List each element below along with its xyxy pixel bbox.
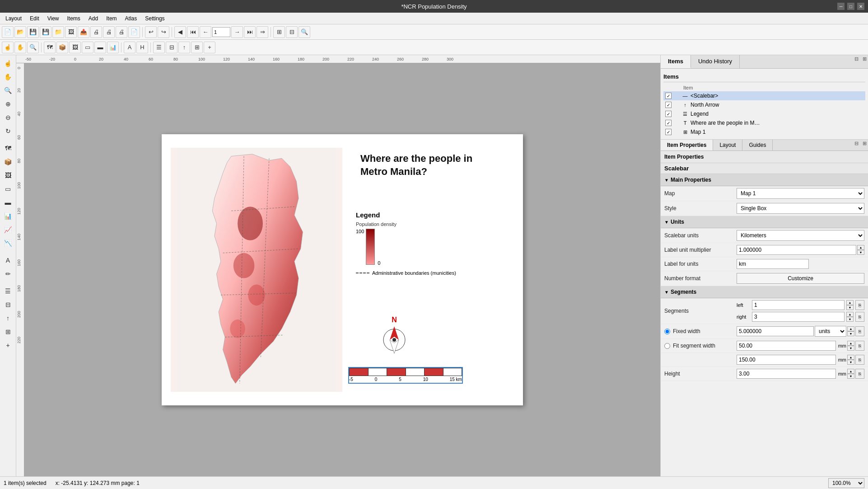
- scalebar[interactable]: -5 0 5 10 15 km: [349, 368, 462, 383]
- menu-settings[interactable]: Settings: [141, 14, 168, 23]
- props-collapse-btn[interactable]: ⊟: [853, 140, 860, 147]
- fit-segment-spin-up[interactable]: ▲: [847, 341, 854, 346]
- add-html-tool[interactable]: H: [136, 42, 148, 53]
- refresh-lt[interactable]: ↻: [2, 125, 14, 137]
- zoom-tool[interactable]: 🔍: [27, 42, 39, 53]
- maximize-button[interactable]: □: [847, 3, 854, 10]
- map-select[interactable]: Map 1: [737, 188, 864, 199]
- menu-layout[interactable]: Layout: [2, 14, 25, 23]
- undo-button[interactable]: ↩: [145, 26, 157, 38]
- add-bar-lt[interactable]: ▬: [2, 196, 14, 209]
- tab-undo-history[interactable]: Undo History: [691, 55, 740, 68]
- panel-collapse-btn[interactable]: ⊟: [853, 55, 860, 62]
- export-button[interactable]: 📤: [78, 26, 89, 38]
- atlas1-button[interactable]: ⊞: [273, 26, 285, 38]
- props-expand-btn[interactable]: ⊞: [861, 140, 868, 147]
- fixed-width-spin-down[interactable]: ▼: [847, 331, 854, 336]
- canvas-area[interactable]: -50 -20 0 20 40 60 80 100 120 140 160 18…: [16, 55, 660, 476]
- pan-lt[interactable]: ✋: [2, 71, 14, 83]
- add-chart2-lt[interactable]: 📈: [2, 223, 14, 236]
- items-row-title[interactable]: ✓ T Where are the people in M…: [663, 118, 865, 127]
- scalebar-lock[interactable]: [673, 93, 680, 99]
- add-label-tool[interactable]: A: [124, 42, 135, 53]
- map-canvas[interactable]: Where are the people in Metro Manila? Le…: [24, 63, 660, 476]
- add-image-tool[interactable]: 🖼: [69, 42, 81, 53]
- legend-checkbox[interactable]: ✓: [665, 111, 672, 117]
- right-copy-btn[interactable]: ⎘: [855, 312, 864, 322]
- next2-button[interactable]: ⇒: [257, 26, 268, 38]
- map-lock[interactable]: [673, 129, 680, 135]
- saveas-button[interactable]: 💾: [40, 26, 51, 38]
- add-text2-lt[interactable]: ✏: [2, 268, 14, 280]
- tab-items[interactable]: Items: [661, 55, 691, 68]
- add-text-lt[interactable]: A: [2, 254, 14, 267]
- style-select[interactable]: Single Box: [737, 203, 864, 214]
- right-spin-down[interactable]: ▼: [846, 317, 854, 322]
- fit-segment-spin-down[interactable]: ▼: [847, 346, 854, 351]
- add-chart3-lt[interactable]: 📉: [2, 237, 14, 249]
- add-table-tool[interactable]: ⊞: [191, 42, 203, 53]
- tab-layout[interactable]: Layout: [713, 140, 742, 150]
- height-input[interactable]: [737, 369, 836, 379]
- pdf-button[interactable]: 📄: [128, 26, 140, 38]
- left-copy-btn[interactable]: ⎘: [855, 300, 864, 310]
- northarrow-lock[interactable]: [673, 102, 680, 108]
- add-legend-lt[interactable]: ☰: [2, 285, 14, 297]
- zoomin-lt[interactable]: ⊕: [2, 98, 14, 110]
- title-lock[interactable]: [673, 120, 680, 126]
- title-checkbox[interactable]: ✓: [665, 120, 672, 126]
- export-img-button[interactable]: 🖼: [65, 26, 77, 38]
- items-row-scalebar[interactable]: ✓ — <Scalebar>: [663, 91, 865, 100]
- tab-guides[interactable]: Guides: [742, 140, 773, 150]
- select-lt[interactable]: ☝: [2, 57, 14, 70]
- add-scale-lt[interactable]: ⊟: [2, 298, 14, 311]
- zoom-select[interactable]: 100.0% 50% 75% 150% 200%: [828, 478, 864, 488]
- extra-copy-btn[interactable]: ⎘: [855, 355, 864, 365]
- fit-segment-radio[interactable]: [664, 343, 670, 349]
- label-multiplier-input[interactable]: [737, 245, 856, 255]
- panel-expand-btn[interactable]: ⊞: [861, 55, 868, 62]
- items-row-northarrow[interactable]: ✓ ↑ North Arrow: [663, 100, 865, 109]
- add-table-lt[interactable]: ⊞: [2, 325, 14, 338]
- menu-view[interactable]: View: [44, 14, 63, 23]
- extra-spin-up[interactable]: ▲: [847, 355, 854, 360]
- left-spin-down[interactable]: ▼: [846, 305, 854, 310]
- fit-segment-input[interactable]: [737, 341, 836, 351]
- atlas2-button[interactable]: ⊟: [286, 26, 298, 38]
- zoom-fit-button[interactable]: 🔍: [299, 26, 310, 38]
- print2-button[interactable]: 🖨: [103, 26, 115, 38]
- add-img-lt[interactable]: 🖼: [2, 169, 14, 182]
- zoom-lt[interactable]: 🔍: [2, 84, 14, 97]
- extra-spin-down[interactable]: ▼: [847, 360, 854, 365]
- first-page-button[interactable]: ⏮: [187, 26, 199, 38]
- new-button[interactable]: 📄: [2, 26, 14, 38]
- print-button[interactable]: 🖨: [90, 26, 102, 38]
- add-page-lt[interactable]: +: [2, 339, 14, 352]
- segments-section[interactable]: ▼ Segments: [661, 286, 868, 298]
- add-map-tool[interactable]: 🗺: [44, 42, 56, 53]
- minimize-button[interactable]: ─: [837, 3, 845, 10]
- add-legend-tool[interactable]: ☰: [153, 42, 165, 53]
- page-input[interactable]: [212, 27, 230, 37]
- add-north-tool[interactable]: ↑: [178, 42, 190, 53]
- print3-button[interactable]: 🖨: [116, 26, 127, 38]
- main-properties-section[interactable]: ▼ Main Properties: [661, 174, 868, 186]
- height-spin-down[interactable]: ▼: [847, 374, 854, 379]
- fixed-width-copy-btn[interactable]: ⎘: [855, 326, 864, 336]
- add-map-lt[interactable]: 🗺: [2, 142, 14, 155]
- pan-tool[interactable]: ✋: [14, 42, 26, 53]
- folder-button[interactable]: 📁: [52, 26, 64, 38]
- fixed-width-spin-up[interactable]: ▲: [847, 326, 854, 331]
- left-spin-up[interactable]: ▲: [846, 300, 854, 305]
- open-button[interactable]: 📂: [14, 26, 26, 38]
- left-segments-input[interactable]: [752, 300, 845, 310]
- add-chart-lt[interactable]: 📊: [2, 210, 14, 222]
- last-page-button[interactable]: ⏭: [244, 26, 256, 38]
- fit-segment-copy-btn[interactable]: ⎘: [855, 341, 864, 351]
- customize-button[interactable]: Customize: [737, 273, 864, 284]
- add-shape-tool[interactable]: ▭: [82, 42, 93, 53]
- items-row-legend[interactable]: ✓ ☰ Legend: [663, 109, 865, 118]
- zoomout-lt[interactable]: ⊖: [2, 111, 14, 124]
- fixed-width-unit-select[interactable]: units: [815, 326, 846, 337]
- add-north-lt[interactable]: ↑: [2, 312, 14, 324]
